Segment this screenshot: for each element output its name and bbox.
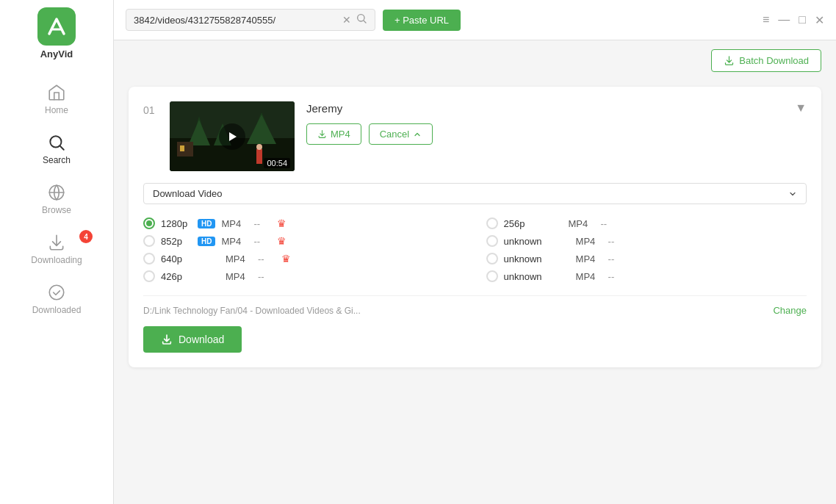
quality-row-426: 426p MP4 --	[143, 267, 464, 285]
sidebar-item-browse-label: Browse	[42, 205, 71, 215]
download-button[interactable]: Download	[143, 326, 242, 353]
quality-row-unk3: unknown MP4 --	[486, 267, 807, 285]
content-area: 01	[114, 72, 836, 504]
size-640: --	[258, 253, 275, 264]
quality-col-left: 1280p HD MP4 -- ♛ 852p HD MP4 --	[143, 215, 464, 285]
format-unk1: MP4	[576, 236, 602, 247]
format-unk3: MP4	[576, 271, 602, 282]
svg-point-2	[49, 285, 64, 300]
paste-url-button[interactable]: + Paste URL	[383, 10, 461, 31]
hd-badge-852: HD	[198, 237, 215, 246]
premium-icon-852: ♛	[277, 235, 287, 247]
menu-icon[interactable]: ≡	[763, 13, 769, 27]
video-expand-icon[interactable]: ▼	[795, 101, 807, 115]
video-duration: 00:54	[264, 158, 290, 168]
change-path-link[interactable]: Change	[773, 305, 807, 316]
svg-point-0	[50, 136, 61, 147]
clear-url-icon[interactable]: ✕	[342, 15, 351, 25]
format-dropdown[interactable]: Download Video	[143, 183, 807, 204]
video-title-row: Jeremy ▼	[306, 101, 807, 115]
search-url-icon	[356, 12, 367, 27]
minimize-icon[interactable]: —	[778, 13, 790, 27]
batch-download-button[interactable]: Batch Download	[711, 49, 821, 72]
video-thumbnail[interactable]: 00:54	[170, 101, 295, 171]
sidebar-item-browse[interactable]: Browse	[0, 174, 113, 224]
res-unk1: unknown	[504, 236, 542, 247]
batch-download-label: Batch Download	[739, 55, 809, 66]
svg-marker-15	[229, 132, 237, 141]
window-controls: ≡ — □ ✕	[763, 13, 824, 27]
quality-row-640: 640p MP4 -- ♛	[143, 250, 464, 267]
svg-point-3	[358, 15, 364, 21]
logo-area: AnyVid	[37, 7, 76, 60]
format-dropdown-label: Download Video	[153, 188, 222, 199]
format-426: MP4	[226, 271, 252, 282]
res-unk2: unknown	[504, 253, 542, 264]
batch-download-row: Batch Download	[114, 40, 836, 72]
main-area: 3842/videos/4312755828740555/ ✕ + Paste …	[114, 0, 836, 504]
size-unk2: --	[608, 253, 626, 264]
size-852: --	[253, 236, 271, 247]
cancel-label: Cancel	[380, 129, 409, 140]
quality-row-852: 852p HD MP4 -- ♛	[143, 232, 464, 250]
size-426: --	[258, 271, 275, 282]
premium-icon-640: ♛	[281, 253, 291, 264]
format-852: MP4	[221, 236, 248, 247]
format-1280: MP4	[221, 218, 248, 229]
download-button-label: Download	[179, 334, 224, 345]
format-256: MP4	[569, 218, 595, 229]
save-path-row: D:/Link Technology Fan/04 - Downloaded V…	[143, 295, 807, 316]
url-bar: 3842/videos/4312755828740555/ ✕	[126, 9, 375, 31]
hd-badge-1280: HD	[198, 219, 215, 228]
quality-col-right: 256p MP4 -- unknown MP4 --	[486, 215, 807, 285]
close-icon[interactable]: ✕	[815, 13, 824, 27]
size-1280: --	[253, 218, 271, 229]
radio-426[interactable]	[143, 270, 155, 282]
sidebar-item-search[interactable]: Search	[0, 124, 113, 174]
quality-row-256: 256p MP4 --	[486, 215, 807, 232]
radio-256[interactable]	[486, 217, 498, 229]
save-path-text: D:/Link Technology Fan/04 - Downloaded V…	[143, 306, 765, 316]
video-actions: MP4 Cancel	[306, 123, 807, 145]
sidebar-item-home-label: Home	[45, 105, 68, 115]
res-852: 852p	[161, 236, 192, 247]
radio-unk3[interactable]	[486, 270, 498, 282]
res-unk3: unknown	[504, 271, 542, 282]
downloading-badge: 4	[79, 230, 93, 243]
video-title: Jeremy	[306, 102, 342, 115]
maximize-icon[interactable]: □	[799, 13, 806, 27]
premium-icon-1280: ♛	[277, 217, 287, 229]
sidebar-item-search-label: Search	[43, 155, 71, 165]
topbar: 3842/videos/4312755828740555/ ✕ + Paste …	[114, 0, 836, 40]
mp4-button[interactable]: MP4	[306, 123, 361, 145]
url-input[interactable]: 3842/videos/4312755828740555/	[134, 15, 338, 26]
radio-852[interactable]	[143, 235, 155, 247]
video-card: 01	[129, 87, 821, 367]
quality-row-unk1: unknown MP4 --	[486, 232, 807, 250]
sidebar-item-downloading-label: Downloading	[31, 255, 82, 265]
sidebar-item-downloading[interactable]: 4 Downloading	[0, 224, 113, 274]
sidebar-item-home[interactable]: Home	[0, 74, 113, 124]
res-426: 426p	[161, 271, 192, 282]
radio-640[interactable]	[143, 253, 155, 264]
quality-section: Download Video 1280p HD MP4 -- ♛	[143, 183, 807, 353]
radio-1280[interactable]	[143, 217, 155, 229]
play-button-icon[interactable]	[219, 123, 245, 150]
radio-unk2[interactable]	[486, 253, 498, 264]
sidebar-item-downloaded[interactable]: Downloaded	[0, 274, 113, 324]
mp4-label: MP4	[331, 129, 350, 140]
res-1280: 1280p	[161, 218, 192, 229]
radio-unk1[interactable]	[486, 235, 498, 247]
sidebar: AnyVid Home Search Browse 4 Downloading	[0, 0, 114, 504]
cancel-button[interactable]: Cancel	[369, 123, 433, 145]
video-number: 01	[143, 104, 158, 116]
app-name: AnyVid	[40, 48, 73, 60]
res-256: 256p	[504, 218, 535, 229]
video-info: Jeremy ▼ MP4 Cancel	[306, 101, 807, 145]
quality-grid: 1280p HD MP4 -- ♛ 852p HD MP4 --	[143, 215, 807, 285]
size-unk1: --	[608, 236, 626, 247]
quality-row-1280: 1280p HD MP4 -- ♛	[143, 215, 464, 232]
res-640: 640p	[161, 253, 192, 264]
app-logo-icon	[37, 7, 76, 46]
sidebar-item-downloaded-label: Downloaded	[32, 305, 82, 315]
